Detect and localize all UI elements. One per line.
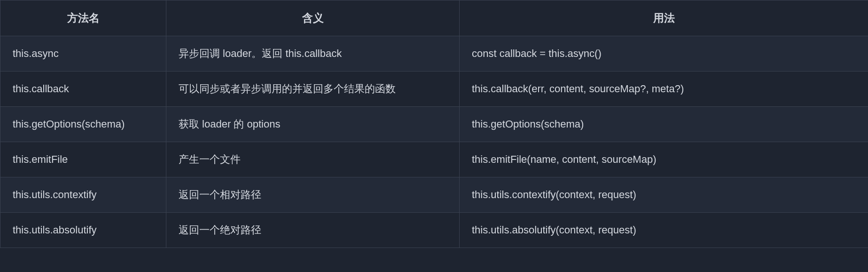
table-row: this.emitFile 产生一个文件 this.emitFile(name,… (0, 142, 868, 177)
cell-method: this.emitFile (0, 142, 166, 177)
cell-meaning: 产生一个文件 (166, 142, 460, 177)
cell-meaning: 返回一个相对路径 (166, 177, 460, 213)
cell-meaning: 可以同步或者异步调用的并返回多个结果的函数 (166, 72, 460, 107)
col-header-usage: 用法 (460, 0, 868, 36)
loader-api-table: 方法名 含义 用法 this.async 异步回调 loader。返回 this… (0, 0, 868, 248)
cell-meaning: 获取 loader 的 options (166, 107, 460, 142)
cell-method: this.utils.absolutify (0, 213, 166, 248)
cell-method: this.callback (0, 72, 166, 107)
cell-method: this.utils.contextify (0, 177, 166, 213)
table-row: this.utils.absolutify 返回一个绝对路径 this.util… (0, 213, 868, 248)
cell-method: this.async (0, 36, 166, 72)
table-row: this.callback 可以同步或者异步调用的并返回多个结果的函数 this… (0, 72, 868, 107)
cell-method: this.getOptions(schema) (0, 107, 166, 142)
col-header-method: 方法名 (0, 0, 166, 36)
cell-usage: this.callback(err, content, sourceMap?, … (460, 72, 868, 107)
cell-meaning: 异步回调 loader。返回 this.callback (166, 36, 460, 72)
cell-usage: this.utils.absolutify(context, request) (460, 213, 868, 248)
table-row: this.async 异步回调 loader。返回 this.callback … (0, 36, 868, 72)
cell-usage: this.emitFile(name, content, sourceMap) (460, 142, 868, 177)
cell-meaning: 返回一个绝对路径 (166, 213, 460, 248)
cell-usage: const callback = this.async() (460, 36, 868, 72)
table-header-row: 方法名 含义 用法 (0, 0, 868, 36)
table-row: this.getOptions(schema) 获取 loader 的 opti… (0, 107, 868, 142)
table-row: this.utils.contextify 返回一个相对路径 this.util… (0, 177, 868, 213)
col-header-meaning: 含义 (166, 0, 460, 36)
cell-usage: this.utils.contextify(context, request) (460, 177, 868, 213)
cell-usage: this.getOptions(schema) (460, 107, 868, 142)
